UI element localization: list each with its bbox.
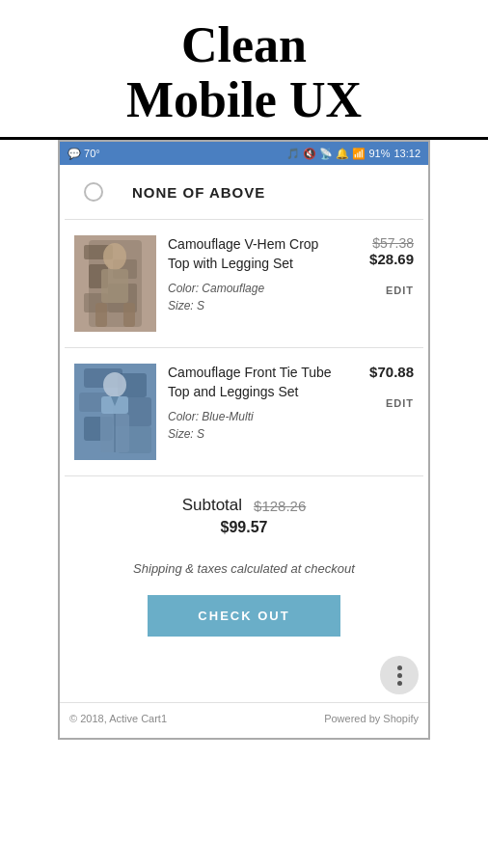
- subtotal-sale: $99.57: [79, 519, 409, 536]
- footer: © 2018, Active Cart1 Powered by Shopify: [60, 702, 428, 738]
- size-value-2: S: [197, 427, 204, 441]
- shipping-note: Shipping & taxes calculated at checkout: [60, 561, 428, 576]
- item-price-col-1: $57.38 $28.69 EDIT: [346, 235, 414, 296]
- item-meta-2: Color: Blue-Multi Size: S: [168, 408, 335, 443]
- size-label-2: Size:: [168, 427, 194, 441]
- more-dots-icon: [397, 665, 402, 686]
- item-name-2: Camouflage Front Tie Tube Top and Leggin…: [168, 364, 335, 401]
- none-above-label: NONE OF ABOVE: [132, 184, 265, 201]
- svg-rect-8: [101, 269, 128, 303]
- checkout-button[interactable]: CHECK OUT: [148, 595, 340, 637]
- page-title: Clean Mobile UX: [10, 17, 478, 127]
- subtotal-section: Subtotal $128.26 $99.57: [60, 476, 428, 546]
- dot-1: [397, 665, 402, 670]
- item-details-1: Camouflage V-Hem Crop Top with Legging S…: [168, 235, 335, 313]
- none-above-radio[interactable]: [84, 182, 103, 202]
- color-label-2: Color:: [168, 410, 199, 423]
- item-image-2: [74, 364, 156, 460]
- footer-left: © 2018, Active Cart1: [69, 713, 167, 724]
- edit-button-1[interactable]: EDIT: [346, 285, 414, 296]
- none-above-row[interactable]: NONE OF ABOVE: [65, 165, 423, 220]
- svg-rect-10: [123, 303, 135, 327]
- color-label-1: Color:: [168, 282, 199, 295]
- status-bar-time: 13:12: [393, 148, 420, 159]
- status-bar-notification: 💬 70°: [68, 148, 100, 160]
- item-image-1: [74, 235, 156, 332]
- item-meta-1: Color: Camouflage Size: S: [168, 280, 335, 314]
- fab-button[interactable]: [380, 656, 419, 694]
- subtotal-row: Subtotal $128.26: [79, 496, 409, 515]
- status-bar-left: 💬 70°: [68, 148, 100, 160]
- price-original-1: $57.38: [346, 235, 414, 251]
- subtotal-label: Subtotal: [182, 496, 242, 515]
- status-bar-right: 🎵 🔇 📡 🔔 📶 91% 13:12: [286, 148, 420, 160]
- size-label-1: Size:: [168, 299, 194, 312]
- item-price-col-2: $70.88 EDIT: [346, 364, 414, 409]
- price-sale-2: $70.88: [346, 364, 414, 380]
- svg-point-18: [103, 372, 126, 397]
- svg-point-7: [103, 243, 126, 270]
- cart-item: Camouflage V-Hem Crop Top with Legging S…: [65, 220, 423, 348]
- dot-3: [397, 681, 402, 686]
- item-details-2: Camouflage Front Tie Tube Top and Leggin…: [168, 364, 335, 442]
- edit-button-2[interactable]: EDIT: [346, 397, 414, 409]
- color-value-1: Camouflage: [202, 282, 264, 295]
- phone-frame: 💬 70° 🎵 🔇 📡 🔔 📶 91% 13:12 NONE OF ABOVE: [58, 140, 430, 740]
- price-sale-1: $28.69: [346, 251, 414, 267]
- item-name-1: Camouflage V-Hem Crop Top with Legging S…: [168, 235, 335, 273]
- dot-2: [397, 673, 402, 678]
- svg-rect-9: [95, 303, 107, 327]
- content-area: NONE OF ABOVE: [60, 165, 428, 738]
- cart-item-2: Camouflage Front Tie Tube Top and Leggin…: [65, 348, 423, 476]
- size-value-1: S: [197, 299, 204, 312]
- status-bar: 💬 70° 🎵 🔇 📡 🔔 📶 91% 13:12: [60, 142, 428, 165]
- subtotal-original: $128.26: [254, 498, 306, 514]
- footer-right: Powered by Shopify: [324, 713, 419, 724]
- page-header: Clean Mobile UX: [0, 0, 488, 140]
- status-bar-icons: 🎵 🔇 📡 🔔 📶 91%: [286, 148, 390, 160]
- color-value-2: Blue-Multi: [202, 410, 253, 423]
